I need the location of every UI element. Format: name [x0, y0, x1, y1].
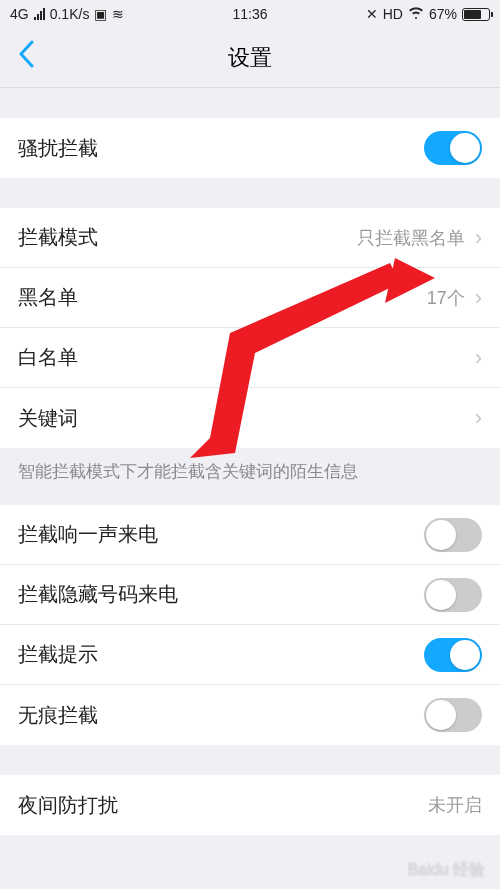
row-block-mode[interactable]: 拦截模式 只拦截黑名单 › [0, 208, 500, 268]
harassment-block-label: 骚扰拦截 [18, 135, 98, 162]
block-mode-value: 只拦截黑名单 [357, 226, 465, 250]
night-dnd-value: 未开启 [428, 793, 482, 817]
row-traceless: 无痕拦截 [0, 685, 500, 745]
speed-label: 0.1K/s [50, 6, 90, 22]
hidden-number-label: 拦截隐藏号码来电 [18, 581, 178, 608]
chevron-right-icon: › [475, 285, 482, 311]
row-keywords[interactable]: 关键词 › [0, 388, 500, 448]
blacklist-value: 17个 [427, 286, 465, 310]
keywords-label: 关键词 [18, 405, 78, 432]
status-left: 4G 0.1K/s ▣ ≋ [10, 6, 124, 22]
row-whitelist[interactable]: 白名单 › [0, 328, 500, 388]
blacklist-label: 黑名单 [18, 284, 78, 311]
watermark: Baidu 经验 [408, 860, 485, 881]
chevron-right-icon: › [475, 405, 482, 431]
whitelist-label: 白名单 [18, 344, 78, 371]
block-tip-toggle[interactable] [424, 638, 482, 672]
row-harassment-block: 骚扰拦截 [0, 118, 500, 178]
one-ring-toggle[interactable] [424, 518, 482, 552]
clock: 11:36 [232, 6, 267, 22]
row-blacklist[interactable]: 黑名单 17个 › [0, 268, 500, 328]
row-one-ring: 拦截响一声来电 [0, 505, 500, 565]
wifi-icon [408, 6, 424, 22]
block-tip-label: 拦截提示 [18, 641, 98, 668]
traceless-toggle[interactable] [424, 698, 482, 732]
row-night-dnd[interactable]: 夜间防打扰 未开启 [0, 775, 500, 835]
chevron-right-icon: › [475, 225, 482, 251]
hd-label: HD [383, 6, 403, 22]
battery-icon [462, 8, 490, 21]
hidden-number-toggle[interactable] [424, 578, 482, 612]
harassment-block-toggle[interactable] [424, 131, 482, 165]
db-icon: ≋ [112, 6, 124, 22]
section-night: 夜间防打扰 未开启 [0, 775, 500, 835]
night-dnd-label: 夜间防打扰 [18, 792, 118, 819]
header: 设置 [0, 28, 500, 88]
battery-label: 67% [429, 6, 457, 22]
signal-icon [34, 8, 45, 20]
card-icon: ▣ [94, 6, 107, 22]
row-hidden-number: 拦截隐藏号码来电 [0, 565, 500, 625]
page-title: 设置 [228, 43, 272, 73]
status-bar: 4G 0.1K/s ▣ ≋ 11:36 ✕ HD 67% [0, 0, 500, 28]
one-ring-label: 拦截响一声来电 [18, 521, 158, 548]
block-mode-label: 拦截模式 [18, 224, 98, 251]
section-call-options: 拦截响一声来电 拦截隐藏号码来电 拦截提示 无痕拦截 [0, 505, 500, 745]
chevron-right-icon: › [475, 345, 482, 371]
traceless-label: 无痕拦截 [18, 702, 98, 729]
status-right: ✕ HD 67% [366, 6, 490, 22]
network-label: 4G [10, 6, 29, 22]
back-button[interactable] [18, 40, 34, 75]
keywords-hint: 智能拦截模式下才能拦截含关键词的陌生信息 [0, 448, 500, 495]
section-main-toggle: 骚扰拦截 [0, 118, 500, 178]
section-lists: 拦截模式 只拦截黑名单 › 黑名单 17个 › 白名单 › 关键词 › [0, 208, 500, 448]
row-block-tip: 拦截提示 [0, 625, 500, 685]
mute-icon: ✕ [366, 6, 378, 22]
